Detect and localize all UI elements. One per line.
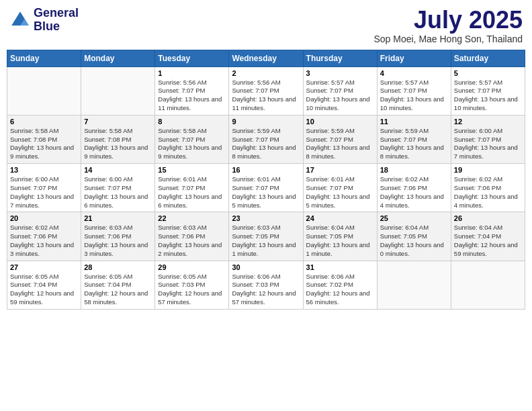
calendar-cell: 17Sunrise: 6:01 AM Sunset: 7:07 PM Dayli… xyxy=(303,164,377,212)
day-number: 7 xyxy=(84,118,152,126)
day-info: Sunrise: 6:04 AM Sunset: 7:04 PM Dayligh… xyxy=(454,224,522,258)
day-number: 8 xyxy=(158,118,226,126)
day-number: 17 xyxy=(306,166,374,174)
calendar-cell: 30Sunrise: 6:06 AM Sunset: 7:03 PM Dayli… xyxy=(229,261,303,309)
day-number: 23 xyxy=(232,214,300,222)
day-number: 12 xyxy=(454,118,522,126)
day-number: 31 xyxy=(306,263,374,271)
calendar-cell: 27Sunrise: 6:05 AM Sunset: 7:04 PM Dayli… xyxy=(7,261,81,309)
logo: General Blue xyxy=(9,7,79,34)
calendar-cell: 8Sunrise: 5:58 AM Sunset: 7:07 PM Daylig… xyxy=(155,115,229,163)
day-number: 28 xyxy=(84,263,152,271)
weekday-header-saturday: Saturday xyxy=(451,50,525,66)
calendar-cell xyxy=(7,66,81,115)
calendar-cell: 16Sunrise: 6:01 AM Sunset: 7:07 PM Dayli… xyxy=(229,164,303,212)
weekday-header-wednesday: Wednesday xyxy=(229,50,303,66)
calendar-cell: 7Sunrise: 5:58 AM Sunset: 7:08 PM Daylig… xyxy=(81,115,155,163)
day-info: Sunrise: 5:57 AM Sunset: 7:07 PM Dayligh… xyxy=(306,79,374,113)
calendar-cell: 20Sunrise: 6:02 AM Sunset: 7:06 PM Dayli… xyxy=(7,212,81,261)
day-number: 27 xyxy=(10,263,78,271)
day-number: 9 xyxy=(232,118,300,126)
calendar-cell: 11Sunrise: 5:59 AM Sunset: 7:07 PM Dayli… xyxy=(377,115,451,163)
calendar-table: SundayMondayTuesdayWednesdayThursdayFrid… xyxy=(7,50,525,310)
day-number: 22 xyxy=(158,214,226,222)
calendar-week-row: 13Sunrise: 6:00 AM Sunset: 7:07 PM Dayli… xyxy=(7,164,525,212)
calendar-cell: 1Sunrise: 5:56 AM Sunset: 7:07 PM Daylig… xyxy=(155,66,229,115)
day-info: Sunrise: 6:01 AM Sunset: 7:07 PM Dayligh… xyxy=(306,175,374,210)
calendar-cell: 26Sunrise: 6:04 AM Sunset: 7:04 PM Dayli… xyxy=(451,212,525,261)
logo-text: General Blue xyxy=(34,7,79,34)
calendar-cell xyxy=(81,66,155,115)
calendar-cell: 12Sunrise: 6:00 AM Sunset: 7:07 PM Dayli… xyxy=(451,115,525,163)
calendar-cell: 13Sunrise: 6:00 AM Sunset: 7:07 PM Dayli… xyxy=(7,164,81,212)
day-info: Sunrise: 6:03 AM Sunset: 7:06 PM Dayligh… xyxy=(84,224,152,258)
day-number: 20 xyxy=(10,214,78,222)
day-number: 2 xyxy=(232,69,300,77)
day-number: 3 xyxy=(306,69,374,77)
day-info: Sunrise: 6:02 AM Sunset: 7:06 PM Dayligh… xyxy=(10,224,78,258)
day-number: 30 xyxy=(232,263,300,271)
calendar-cell: 4Sunrise: 5:57 AM Sunset: 7:07 PM Daylig… xyxy=(377,66,451,115)
day-info: Sunrise: 6:00 AM Sunset: 7:07 PM Dayligh… xyxy=(454,127,522,161)
day-info: Sunrise: 6:01 AM Sunset: 7:07 PM Dayligh… xyxy=(232,175,300,210)
day-number: 26 xyxy=(454,214,522,222)
calendar-week-row: 20Sunrise: 6:02 AM Sunset: 7:06 PM Dayli… xyxy=(7,212,525,261)
day-info: Sunrise: 6:04 AM Sunset: 7:05 PM Dayligh… xyxy=(306,224,374,258)
day-info: Sunrise: 5:59 AM Sunset: 7:07 PM Dayligh… xyxy=(380,127,448,161)
day-number: 18 xyxy=(380,166,448,174)
day-info: Sunrise: 6:04 AM Sunset: 7:05 PM Dayligh… xyxy=(380,224,448,258)
weekday-header-tuesday: Tuesday xyxy=(155,50,229,66)
day-number: 5 xyxy=(454,69,522,77)
calendar-cell: 23Sunrise: 6:03 AM Sunset: 7:05 PM Dayli… xyxy=(229,212,303,261)
weekday-header-sunday: Sunday xyxy=(7,50,81,66)
day-number: 25 xyxy=(380,214,448,222)
day-info: Sunrise: 5:58 AM Sunset: 7:08 PM Dayligh… xyxy=(84,127,152,161)
calendar-cell: 18Sunrise: 6:02 AM Sunset: 7:06 PM Dayli… xyxy=(377,164,451,212)
calendar-week-row: 1Sunrise: 5:56 AM Sunset: 7:07 PM Daylig… xyxy=(7,66,525,115)
day-number: 16 xyxy=(232,166,300,174)
calendar-cell: 5Sunrise: 5:57 AM Sunset: 7:07 PM Daylig… xyxy=(451,66,525,115)
day-number: 10 xyxy=(306,118,374,126)
calendar-cell: 15Sunrise: 6:01 AM Sunset: 7:07 PM Dayli… xyxy=(155,164,229,212)
day-info: Sunrise: 6:05 AM Sunset: 7:04 PM Dayligh… xyxy=(84,273,152,307)
day-info: Sunrise: 5:58 AM Sunset: 7:08 PM Dayligh… xyxy=(10,127,78,161)
day-number: 13 xyxy=(10,166,78,174)
day-number: 24 xyxy=(306,214,374,222)
day-number: 15 xyxy=(158,166,226,174)
logo-icon xyxy=(9,9,31,31)
day-number: 4 xyxy=(380,69,448,77)
day-info: Sunrise: 5:56 AM Sunset: 7:07 PM Dayligh… xyxy=(232,79,300,113)
calendar-cell: 29Sunrise: 6:05 AM Sunset: 7:03 PM Dayli… xyxy=(155,261,229,309)
page-header: General Blue July 2025 Sop Moei, Mae Hon… xyxy=(7,7,525,44)
day-info: Sunrise: 5:57 AM Sunset: 7:07 PM Dayligh… xyxy=(454,79,522,113)
day-info: Sunrise: 5:59 AM Sunset: 7:07 PM Dayligh… xyxy=(232,127,300,161)
day-info: Sunrise: 6:03 AM Sunset: 7:05 PM Dayligh… xyxy=(232,224,300,258)
calendar-cell: 28Sunrise: 6:05 AM Sunset: 7:04 PM Dayli… xyxy=(81,261,155,309)
day-info: Sunrise: 6:01 AM Sunset: 7:07 PM Dayligh… xyxy=(158,175,226,210)
calendar-cell: 6Sunrise: 5:58 AM Sunset: 7:08 PM Daylig… xyxy=(7,115,81,163)
day-info: Sunrise: 6:03 AM Sunset: 7:06 PM Dayligh… xyxy=(158,224,226,258)
calendar-cell: 31Sunrise: 6:06 AM Sunset: 7:02 PM Dayli… xyxy=(303,261,377,309)
calendar-cell: 24Sunrise: 6:04 AM Sunset: 7:05 PM Dayli… xyxy=(303,212,377,261)
day-number: 21 xyxy=(84,214,152,222)
calendar-cell xyxy=(377,261,451,309)
weekday-header-thursday: Thursday xyxy=(303,50,377,66)
day-info: Sunrise: 6:06 AM Sunset: 7:03 PM Dayligh… xyxy=(232,273,300,307)
day-info: Sunrise: 6:00 AM Sunset: 7:07 PM Dayligh… xyxy=(84,175,152,210)
day-info: Sunrise: 5:59 AM Sunset: 7:07 PM Dayligh… xyxy=(306,127,374,161)
day-number: 11 xyxy=(380,118,448,126)
day-info: Sunrise: 5:56 AM Sunset: 7:07 PM Dayligh… xyxy=(158,79,226,113)
day-info: Sunrise: 6:06 AM Sunset: 7:02 PM Dayligh… xyxy=(306,273,374,307)
day-info: Sunrise: 5:58 AM Sunset: 7:07 PM Dayligh… xyxy=(158,127,226,161)
day-info: Sunrise: 5:57 AM Sunset: 7:07 PM Dayligh… xyxy=(380,79,448,113)
weekday-header-monday: Monday xyxy=(81,50,155,66)
weekday-header-friday: Friday xyxy=(377,50,451,66)
day-number: 14 xyxy=(84,166,152,174)
calendar-cell: 19Sunrise: 6:02 AM Sunset: 7:06 PM Dayli… xyxy=(451,164,525,212)
calendar-cell: 9Sunrise: 5:59 AM Sunset: 7:07 PM Daylig… xyxy=(229,115,303,163)
calendar-cell: 21Sunrise: 6:03 AM Sunset: 7:06 PM Dayli… xyxy=(81,212,155,261)
calendar-cell: 14Sunrise: 6:00 AM Sunset: 7:07 PM Dayli… xyxy=(81,164,155,212)
location-subtitle: Sop Moei, Mae Hong Son, Thailand xyxy=(373,34,523,44)
day-info: Sunrise: 6:02 AM Sunset: 7:06 PM Dayligh… xyxy=(380,175,448,210)
day-number: 6 xyxy=(10,118,78,126)
